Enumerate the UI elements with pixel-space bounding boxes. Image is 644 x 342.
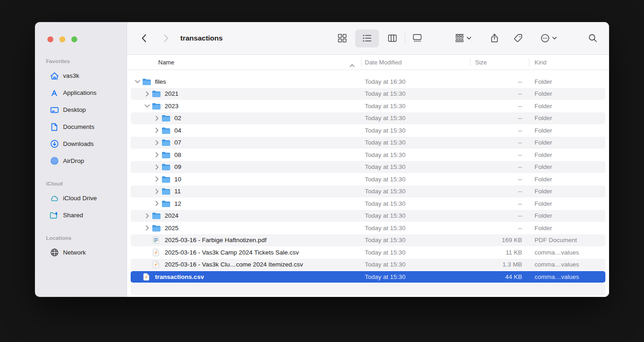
pdf-file-icon bbox=[151, 236, 161, 244]
file-name: 02 bbox=[174, 115, 181, 122]
group-button[interactable] bbox=[455, 34, 472, 43]
sidebar-item-vas3k[interactable]: vas3k bbox=[39, 67, 123, 84]
sidebar-item-label: Network bbox=[63, 249, 86, 256]
file-name: 12 bbox=[174, 200, 181, 207]
search-button[interactable] bbox=[589, 34, 598, 43]
file-row-2025-03-16-farbige-haftnotizen.pdf[interactable]: 2025-03-16 - Farbige Haftnotizen.pdfToda… bbox=[127, 234, 609, 247]
tag-button[interactable] bbox=[514, 34, 523, 43]
column-size[interactable]: Size bbox=[475, 59, 487, 66]
folder-row-08[interactable]: 08Today at 15:30--Folder bbox=[127, 149, 609, 161]
disclosure-collapsed-icon[interactable] bbox=[154, 116, 160, 121]
sidebar-section-locations: LocationsNetwork bbox=[35, 232, 126, 261]
folder-icon bbox=[151, 90, 161, 97]
column-view-button[interactable] bbox=[388, 34, 397, 43]
disclosure-collapsed-icon[interactable] bbox=[154, 164, 160, 170]
sort-ascending-icon bbox=[350, 61, 355, 69]
folder-icon bbox=[161, 188, 170, 195]
folder-row-07[interactable]: 07Today at 15:30--Folder bbox=[127, 137, 609, 149]
sidebar-item-icloud-drive[interactable]: iCloud Drive bbox=[39, 190, 123, 207]
csv-file-icon bbox=[151, 249, 161, 256]
file-name: 04 bbox=[174, 127, 181, 134]
disclosure-collapsed-icon[interactable] bbox=[154, 140, 160, 145]
file-row-transactions.csv[interactable]: transactions.csvToday at 15:3044 KBcomma… bbox=[127, 271, 609, 283]
size-cell: 1.3 MB bbox=[466, 259, 522, 271]
size-cell: -- bbox=[466, 161, 522, 174]
sidebar-item-downloads[interactable]: Downloads bbox=[39, 135, 123, 152]
size-cell: -- bbox=[466, 124, 522, 137]
folder-row-2023[interactable]: 2023Today at 15:30--Folder bbox=[127, 100, 609, 112]
column-divider[interactable] bbox=[529, 58, 529, 66]
file-name: 10 bbox=[174, 176, 181, 183]
sidebar-item-desktop[interactable]: Desktop bbox=[39, 101, 123, 118]
name-cell: 2025 bbox=[144, 222, 178, 234]
minimize-window-button[interactable] bbox=[59, 36, 65, 42]
file-name: transactions.csv bbox=[155, 273, 204, 280]
name-cell: 11 bbox=[154, 185, 181, 198]
sidebar-item-documents[interactable]: Documents bbox=[39, 118, 123, 135]
shared-folder-icon bbox=[49, 211, 60, 219]
name-cell: 2025-03-16 - Farbige Haftnotizen.pdf bbox=[144, 234, 266, 247]
zoom-window-button[interactable] bbox=[71, 36, 77, 42]
sidebar-item-label: AirDrop bbox=[63, 157, 84, 164]
folder-row-10[interactable]: 10Today at 15:30--Folder bbox=[127, 173, 609, 185]
window-controls bbox=[47, 36, 77, 42]
disclosure-collapsed-icon[interactable] bbox=[154, 201, 160, 206]
row-background bbox=[131, 283, 605, 295]
file-name: 2025-03-16 - Vas3k Camp 2024 Tickets Sal… bbox=[165, 249, 299, 256]
folder-row-2024[interactable]: 2024Today at 15:30--Folder bbox=[127, 210, 609, 222]
home-icon bbox=[49, 72, 60, 80]
disclosure-collapsed-icon[interactable] bbox=[144, 225, 150, 231]
folder-icon bbox=[142, 78, 151, 85]
column-kind[interactable]: Kind bbox=[535, 59, 546, 66]
back-button[interactable] bbox=[141, 34, 147, 42]
gallery-view-button[interactable] bbox=[413, 34, 422, 42]
name-cell: 09 bbox=[154, 161, 181, 174]
date-modified-cell: Today at 15:30 bbox=[365, 197, 406, 210]
folder-row-09[interactable]: 09Today at 15:30--Folder bbox=[127, 161, 609, 174]
csv-file-icon bbox=[142, 273, 151, 281]
empty-row-stripe bbox=[127, 283, 609, 296]
sidebar-item-airdrop[interactable]: AirDrop bbox=[39, 152, 123, 169]
column-name[interactable]: Name bbox=[158, 59, 174, 66]
share-button[interactable] bbox=[491, 34, 499, 43]
finder-window: Favoritesvas3kApplicationsDesktopDocumen… bbox=[35, 22, 609, 297]
folder-row-02[interactable]: 02Today at 15:30--Folder bbox=[127, 112, 609, 125]
date-modified-cell: Today at 15:30 bbox=[365, 161, 406, 174]
size-cell: -- bbox=[466, 210, 522, 222]
sidebar-item-network[interactable]: Network bbox=[39, 244, 123, 261]
disclosure-collapsed-icon[interactable] bbox=[144, 91, 150, 97]
sidebar-item-applications[interactable]: Applications bbox=[39, 84, 123, 101]
kind-cell: Folder bbox=[535, 112, 552, 125]
name-cell: 2025-03-16 - Vas3k Clu…come 2024 Itemize… bbox=[144, 259, 303, 271]
disclosure-expanded-icon[interactable] bbox=[134, 80, 141, 83]
folder-row-2025[interactable]: 2025Today at 15:30--Folder bbox=[127, 222, 609, 234]
kind-cell: PDF Document bbox=[535, 234, 577, 247]
folder-icon bbox=[161, 139, 170, 146]
forward-button[interactable] bbox=[163, 34, 169, 42]
more-button[interactable] bbox=[541, 34, 557, 43]
disclosure-collapsed-icon[interactable] bbox=[154, 176, 160, 182]
kind-cell: Folder bbox=[535, 75, 552, 88]
disclosure-collapsed-icon[interactable] bbox=[144, 213, 150, 219]
column-divider[interactable] bbox=[361, 58, 362, 66]
folder-row-files[interactable]: filesToday at 16:30--Folder bbox=[127, 75, 609, 88]
date-modified-cell: Today at 15:30 bbox=[365, 222, 406, 234]
folder-row-2021[interactable]: 2021Today at 15:30--Folder bbox=[127, 88, 609, 100]
file-row-2025-03-16-vas3k-clu-come-2024-itemized.csv[interactable]: 2025-03-16 - Vas3k Clu…come 2024 Itemize… bbox=[127, 259, 609, 271]
sidebar-item-shared[interactable]: Shared bbox=[39, 207, 123, 224]
folder-row-11[interactable]: 11Today at 15:30--Folder bbox=[127, 185, 609, 198]
folder-row-04[interactable]: 04Today at 15:30--Folder bbox=[127, 124, 609, 137]
file-row-2025-03-16-vas3k-camp-2024-tickets-sale.csv[interactable]: 2025-03-16 - Vas3k Camp 2024 Tickets Sal… bbox=[127, 246, 609, 259]
name-cell: files bbox=[134, 75, 166, 88]
disclosure-expanded-icon[interactable] bbox=[144, 104, 150, 108]
close-window-button[interactable] bbox=[47, 36, 53, 42]
disclosure-collapsed-icon[interactable] bbox=[154, 189, 160, 194]
folder-icon bbox=[151, 225, 161, 232]
list-view-button[interactable] bbox=[363, 34, 372, 42]
disclosure-collapsed-icon[interactable] bbox=[154, 152, 160, 157]
icon-view-button[interactable] bbox=[338, 34, 347, 43]
column-date-modified[interactable]: Date Modified bbox=[365, 59, 402, 66]
column-divider[interactable] bbox=[470, 58, 471, 66]
disclosure-collapsed-icon[interactable] bbox=[154, 128, 160, 133]
folder-row-12[interactable]: 12Today at 15:30--Folder bbox=[127, 197, 609, 210]
